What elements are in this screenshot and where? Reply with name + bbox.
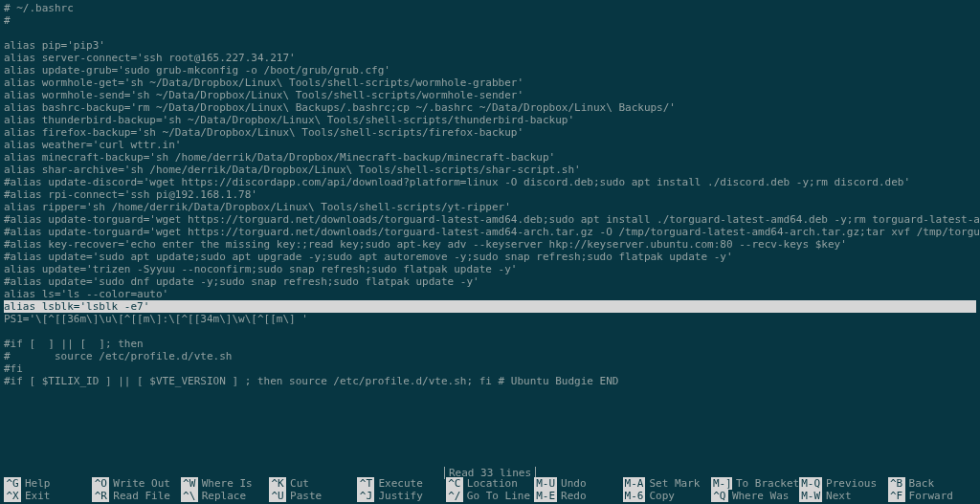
help-row: ^XExit^RRead File^\Replace^UPaste^JJusti… — [4, 490, 976, 502]
help-key: ^U — [269, 490, 286, 502]
editor-line-cursor: alias lsblk='lsblk -e7' — [4, 300, 976, 313]
editor-line: #alias update-discord='wget https://disc… — [4, 176, 976, 188]
help-item[interactable]: ^QWhere Was — [711, 490, 799, 502]
editor-line: alias wormhole-send='sh ~/Data/Dropbox/L… — [4, 89, 976, 101]
help-key: M-U — [534, 477, 557, 490]
help-label: Cut — [290, 477, 309, 490]
help-key: M-] — [711, 477, 732, 490]
editor-line: #alias update='sudo dnf update -y;sudo s… — [4, 275, 976, 288]
help-item[interactable]: ^RRead File — [92, 490, 180, 502]
editor-line: #if [ $TILIX_ID ] || [ $VTE_VERSION ] ; … — [4, 375, 976, 387]
editor-line: alias ripper='sh /home/derrik/Data/Dropb… — [4, 201, 976, 213]
help-key: ^/ — [446, 490, 463, 502]
help-key: M-E — [534, 490, 557, 502]
help-item[interactable]: ^BBack — [888, 477, 976, 490]
help-label: Where Was — [732, 490, 790, 502]
help-key: ^X — [4, 490, 21, 502]
help-item[interactable]: ^GHelp — [4, 477, 92, 490]
editor-line: #alias update-torguard='wget https://tor… — [4, 226, 976, 238]
help-key: ^R — [92, 490, 109, 502]
help-label: Back — [909, 477, 935, 490]
editor-line — [4, 325, 976, 338]
help-item[interactable]: M-6Copy — [623, 490, 711, 502]
help-label: Write Out — [113, 477, 170, 490]
editor-content[interactable]: # ~/.bashrc# alias pip='pip3'alias serve… — [0, 0, 980, 387]
help-label: Next — [826, 490, 852, 502]
editor-line: alias server-connect='ssh root@165.227.3… — [4, 52, 976, 64]
help-key: ^O — [92, 477, 109, 490]
help-key: ^C — [446, 477, 463, 490]
editor-line: alias update='trizen -Syyuu --noconfirm;… — [4, 263, 976, 275]
editor-line: alias weather='curl wttr.in' — [4, 139, 976, 151]
help-item[interactable]: ^FForward — [888, 490, 976, 502]
help-label: Forward — [909, 490, 953, 502]
help-item[interactable]: M-ASet Mark — [623, 477, 711, 490]
help-item[interactable]: M-QPrevious — [799, 477, 887, 490]
editor-line: #fi — [4, 362, 976, 375]
help-label: Redo — [561, 490, 587, 502]
help-label: Replace — [202, 490, 246, 502]
help-key: ^F — [888, 490, 905, 502]
help-label: Undo — [561, 477, 587, 490]
help-bar: ^GHelp^OWrite Out^WWhere Is^KCut^TExecut… — [0, 477, 980, 504]
editor-line: # ~/.bashrc — [4, 2, 976, 14]
editor-line — [4, 27, 976, 39]
help-key: ^T — [357, 477, 374, 490]
help-item[interactable]: ^XExit — [4, 490, 92, 502]
help-key: M-W — [799, 490, 822, 502]
help-item[interactable]: ^KCut — [269, 477, 357, 490]
help-label: Exit — [25, 490, 51, 502]
help-item[interactable]: M-ERedo — [534, 490, 622, 502]
editor-line: #alias rpi-connect='ssh pi@192.168.1.78' — [4, 188, 976, 201]
editor-line: alias thunderbird-backup='sh ~/Data/Drop… — [4, 114, 976, 126]
editor-line: alias shar-archive='sh /home/derrik/Data… — [4, 164, 976, 176]
help-key: ^G — [4, 477, 21, 490]
help-label: Where Is — [202, 477, 253, 490]
help-key: ^K — [269, 477, 286, 490]
help-item[interactable]: ^OWrite Out — [92, 477, 180, 490]
help-key: ^W — [181, 477, 198, 490]
help-key: M-6 — [623, 490, 646, 502]
help-label: Paste — [290, 490, 322, 502]
editor-line: PS1='\[^[[36m\]\u\[^[[m\]:\[^[[34m\]\w\[… — [4, 313, 976, 325]
help-item[interactable]: ^JJustify — [357, 490, 445, 502]
help-key: ^B — [888, 477, 905, 490]
help-item[interactable]: M-]To Bracket — [711, 477, 799, 490]
help-item[interactable]: M-WNext — [799, 490, 887, 502]
help-key: M-Q — [799, 477, 822, 490]
editor-line: #alias key-recover='echo enter the missi… — [4, 238, 976, 251]
help-item[interactable]: ^/Go To Line — [446, 490, 534, 502]
help-key: ^J — [357, 490, 374, 502]
help-row: ^GHelp^OWrite Out^WWhere Is^KCut^TExecut… — [4, 477, 976, 490]
help-label: Copy — [649, 490, 675, 502]
editor-line: alias pip='pip3' — [4, 39, 976, 52]
help-item[interactable]: ^TExecute — [357, 477, 445, 490]
editor-line: # source /etc/profile.d/vte.sh — [4, 350, 976, 362]
help-label: To Bracket — [736, 477, 799, 490]
editor-line: # — [4, 14, 976, 27]
editor-line: alias firefox-backup='sh ~/Data/Dropbox/… — [4, 126, 976, 139]
editor-line: #alias update='sudo apt update;sudo apt … — [4, 251, 976, 263]
help-label: Go To Line — [467, 490, 530, 502]
help-label: Help — [25, 477, 51, 490]
editor-line: alias minecraft-backup='sh /home/derrik/… — [4, 151, 976, 164]
help-item[interactable]: M-UUndo — [534, 477, 622, 490]
help-label: Previous — [826, 477, 877, 490]
help-label: Location — [467, 477, 518, 490]
help-item[interactable]: ^CLocation — [446, 477, 534, 490]
help-label: Read File — [113, 490, 170, 502]
help-item[interactable]: ^WWhere Is — [181, 477, 269, 490]
help-label: Execute — [378, 477, 422, 490]
editor-line: alias update-grub='sudo grub-mkconfig -o… — [4, 64, 976, 77]
help-label: Justify — [378, 490, 422, 502]
editor-line: alias ls='ls --color=auto' — [4, 288, 976, 300]
help-item[interactable]: ^\Replace — [181, 490, 269, 502]
help-key: M-A — [623, 477, 646, 490]
help-label: Set Mark — [649, 477, 700, 490]
editor-line: alias bashrc-backup='rm ~/Data/Dropbox/L… — [4, 101, 976, 114]
editor-line: alias wormhole-get='sh ~/Data/Dropbox/Li… — [4, 77, 976, 89]
editor-line: #if [ ] || [ ]; then — [4, 338, 976, 350]
editor-line: #alias update-torguard='wget https://tor… — [4, 213, 976, 226]
nano-editor: # ~/.bashrc# alias pip='pip3'alias serve… — [0, 0, 980, 504]
help-item[interactable]: ^UPaste — [269, 490, 357, 502]
